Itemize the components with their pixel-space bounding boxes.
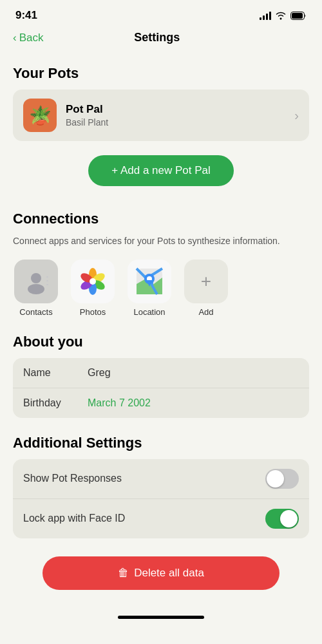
settings-card: Show Pot Responses Lock app with Face ID: [13, 459, 309, 538]
signal-icon: [260, 11, 271, 20]
face-id-toggle[interactable]: [265, 509, 299, 529]
location-label: Location: [133, 307, 165, 317]
photos-icon-bg: [71, 260, 115, 303]
pot-emoji: 🪴: [29, 105, 52, 126]
name-row: Name Greg: [13, 358, 309, 388]
status-icons: [260, 11, 307, 20]
svg-rect-6: [46, 284, 48, 285]
contacts-icon-bg: [14, 260, 58, 303]
connections-grid: Contacts Photos: [13, 260, 309, 317]
your-pots-section: Your Pots 🪴 Pot Pal Basil Plant ›: [0, 53, 322, 146]
svg-point-3: [28, 284, 44, 294]
birthday-label: Birthday: [23, 397, 88, 409]
add-pot-pal-button[interactable]: + Add a new Pot Pal: [88, 155, 234, 186]
svg-point-2: [31, 273, 41, 283]
svg-rect-5: [46, 280, 48, 281]
delete-section: 🗑 Delete all data: [0, 544, 322, 611]
face-id-row: Lock app with Face ID: [13, 498, 309, 538]
add-icon-bg: +: [184, 260, 228, 303]
home-bar: [118, 616, 204, 619]
pot-name: Pot Pal: [66, 103, 294, 116]
delete-button-label: Delete all data: [134, 567, 204, 580]
connection-location[interactable]: Location: [126, 260, 173, 317]
about-you-section: About you Name Greg Birthday March 7 200…: [0, 322, 322, 423]
pot-type: Basil Plant: [66, 117, 294, 128]
connection-photos[interactable]: Photos: [70, 260, 116, 317]
toggle-knob: [267, 470, 284, 488]
back-label: Back: [19, 32, 44, 44]
toggle-knob-2: [280, 510, 298, 527]
name-value: Greg: [88, 367, 111, 379]
face-id-label: Lock app with Face ID: [23, 513, 125, 524]
name-label: Name: [23, 367, 88, 379]
connections-title: Connections: [13, 211, 309, 227]
show-pot-responses-toggle[interactable]: [265, 469, 299, 489]
trash-icon: 🗑: [118, 567, 129, 580]
additional-settings-title: Additional Settings: [13, 435, 309, 451]
photos-label: Photos: [80, 307, 106, 317]
connection-contacts[interactable]: Contacts: [13, 260, 59, 317]
contacts-icon: [22, 267, 50, 296]
about-you-card: Name Greg Birthday March 7 2002: [13, 358, 309, 418]
chevron-right-icon: ›: [294, 108, 299, 123]
your-pots-title: Your Pots: [13, 65, 309, 82]
home-indicator: [0, 611, 322, 623]
pot-avatar: 🪴: [23, 99, 57, 132]
pot-card[interactable]: 🪴 Pot Pal Basil Plant ›: [13, 90, 309, 141]
connection-add[interactable]: + Add: [183, 260, 229, 317]
svg-point-13: [90, 278, 96, 285]
about-you-title: About you: [13, 334, 309, 350]
back-button[interactable]: ‹ Back: [13, 32, 43, 44]
show-pot-responses-label: Show Pot Responses: [23, 473, 122, 484]
svg-rect-4: [46, 276, 48, 278]
wifi-icon: [275, 11, 287, 20]
connections-section: Connections Connect apps and services fo…: [0, 199, 322, 322]
additional-settings-section: Additional Settings Show Pot Responses L…: [0, 423, 322, 544]
nav-bar: ‹ Back Settings: [0, 26, 322, 53]
page-title: Settings: [43, 31, 270, 44]
birthday-row: Birthday March 7 2002: [13, 388, 309, 418]
birthday-value: March 7 2002: [88, 397, 151, 409]
add-label: Add: [198, 307, 213, 317]
show-pot-responses-row: Show Pot Responses: [13, 459, 309, 498]
status-time: 9:41: [15, 9, 37, 22]
add-plus-icon: +: [201, 271, 211, 292]
maps-icon: [134, 266, 165, 297]
svg-rect-1: [292, 13, 303, 19]
connections-description: Connect apps and services for your Pots …: [13, 235, 309, 248]
pot-info: Pot Pal Basil Plant: [66, 103, 294, 128]
add-pot-pal-wrap: + Add a new Pot Pal: [0, 146, 322, 199]
photos-icon: [77, 266, 108, 297]
back-chevron-icon: ‹: [13, 32, 17, 44]
maps-icon-bg: [128, 260, 171, 303]
status-bar: 9:41: [0, 0, 322, 26]
contacts-label: Contacts: [19, 307, 52, 317]
battery-icon: [290, 12, 307, 20]
delete-all-data-button[interactable]: 🗑 Delete all data: [43, 556, 279, 590]
